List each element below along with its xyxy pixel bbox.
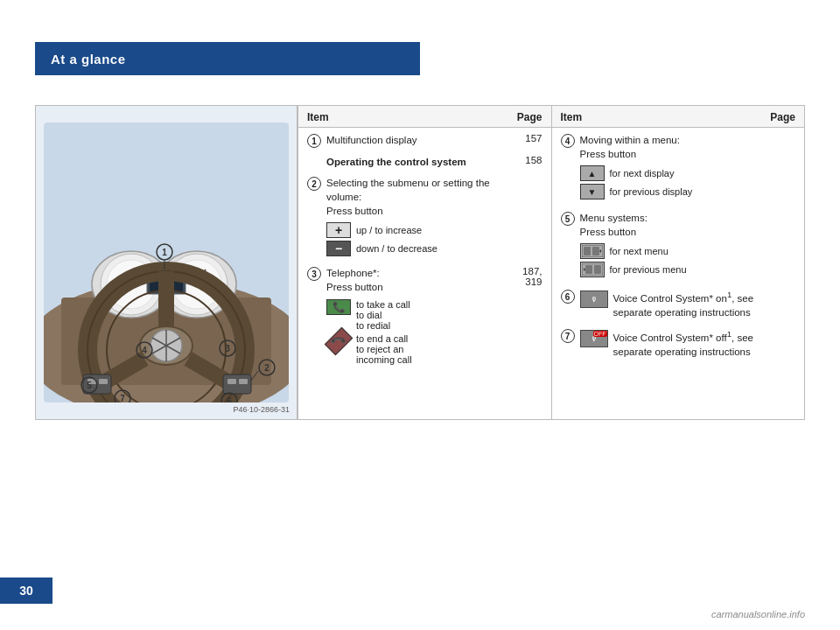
icon-row-plus: + up / to increase xyxy=(326,222,511,238)
superscript-6: 1 xyxy=(727,290,732,299)
svg-text:6: 6 xyxy=(227,396,232,402)
nav-up-icon: ▲ xyxy=(580,165,605,181)
svg-text:7: 7 xyxy=(120,394,125,402)
item-1-page: 157 xyxy=(516,133,542,144)
voice-off-icon: 🎙 OFF xyxy=(580,330,608,347)
item-3-page: 187,319 xyxy=(516,266,542,287)
icon-row-prev-menu: for previous menu xyxy=(580,262,765,277)
phone-end-icon: 📞 xyxy=(325,326,354,355)
svg-text:4: 4 xyxy=(142,346,147,355)
item-4-text: Moving within a menu:Press button xyxy=(580,133,765,161)
item-number-3: 3 xyxy=(307,267,321,281)
icon-row-nav-down: ▼ for previous display xyxy=(580,184,765,200)
item-7-content: Voice Control System* off1, see separate… xyxy=(613,328,765,359)
item-2-text: Selecting the submenu or setting the vol… xyxy=(326,176,511,218)
table-row: 5 Menu systems:Press button xyxy=(552,206,805,284)
superscript-7: 1 xyxy=(727,329,732,339)
item-5-text: Menu systems:Press button xyxy=(580,211,765,239)
phone-accept-label: to take a callto dialto redial xyxy=(356,299,410,331)
item-number-6: 6 xyxy=(561,290,575,304)
item-5-content: Menu systems:Press button for next menu xyxy=(580,211,765,280)
svg-rect-47 xyxy=(584,247,591,256)
item-number-1: 1 xyxy=(307,134,321,148)
icon-row-phone-accept: 📞 to take a callto dialto redial xyxy=(326,299,511,331)
item-4-content: Moving within a menu:Press button ▲ for … xyxy=(580,133,765,202)
tables-area: Item Page 1 Multifunction display 157 Op… xyxy=(298,105,805,420)
watermark-text: carmanualsonline.info xyxy=(711,609,805,620)
icon-row-phone-end: 📞 to end a callto reject anincoming call xyxy=(326,333,511,365)
item-number-4: 4 xyxy=(561,134,575,148)
minus-icon: − xyxy=(326,241,351,256)
table-row: 7 🎙 OFF Voice Control System* off1, see … xyxy=(552,323,805,362)
table-row: Operating the control system 158 xyxy=(298,151,551,172)
voice-on-icon: 🎙 xyxy=(580,290,608,308)
svg-rect-28 xyxy=(228,379,236,384)
item-operating-content: Operating the control system xyxy=(326,155,511,169)
next-display-label: for next display xyxy=(610,168,675,178)
car-image: 1 2 3 4 5 6 7 P xyxy=(35,105,298,420)
table-row: 6 🎙 Voice Control System* on1, see separ… xyxy=(552,284,805,323)
table-col-1: Item Page 1 Multifunction display 157 Op… xyxy=(298,106,552,419)
item-operating-text: Operating the control system xyxy=(326,157,466,167)
svg-rect-26 xyxy=(99,379,108,384)
icon-row-next-menu: for next menu xyxy=(580,243,765,259)
item-number-7: 7 xyxy=(561,329,575,343)
icon-row-minus: − down / to decrease xyxy=(326,241,511,256)
item-7-text: Voice Control System* off1, see separate… xyxy=(613,328,765,359)
phone-end-label: to end a callto reject anincoming call xyxy=(356,333,412,365)
table-col-2: Item Page 4 Moving within a menu:Press b… xyxy=(552,106,805,419)
next-menu-label: for next menu xyxy=(610,246,668,256)
phone-accept-icon: 📞 xyxy=(326,299,351,315)
item-1-content: Multifunction display xyxy=(326,133,511,147)
item-number-2: 2 xyxy=(307,177,321,191)
table1-col-item: Item xyxy=(307,111,329,123)
table2-col-page: Page xyxy=(770,111,795,123)
svg-text:3: 3 xyxy=(225,344,230,354)
svg-text:1: 1 xyxy=(162,248,167,257)
next-menu-icon xyxy=(580,243,605,259)
nav-down-icon: ▼ xyxy=(580,184,605,200)
svg-rect-51 xyxy=(585,265,592,274)
table1-header: Item Page xyxy=(298,106,551,128)
up-increase-label: up / to increase xyxy=(356,225,422,235)
prev-menu-icon xyxy=(580,262,605,277)
page-number-badge: 30 xyxy=(0,578,52,604)
plus-icon: + xyxy=(326,222,351,238)
item-6-text: Voice Control System* on1, see separate … xyxy=(613,289,765,319)
icon-row-nav-up: ▲ for next display xyxy=(580,165,765,181)
svg-rect-52 xyxy=(594,265,601,274)
item-2-content: Selecting the submenu or setting the vol… xyxy=(326,176,511,259)
table-row: 1 Multifunction display 157 xyxy=(298,128,551,151)
item-3-text: Telephone*:Press button xyxy=(326,266,511,294)
prev-menu-label: for previous menu xyxy=(610,264,687,275)
main-content: 1 2 3 4 5 6 7 P xyxy=(35,105,805,420)
image-caption: P46·10-2866-31 xyxy=(233,405,290,414)
prev-display-label: for previous display xyxy=(610,186,693,197)
svg-text:5: 5 xyxy=(87,381,92,390)
svg-rect-48 xyxy=(592,247,599,256)
table-row: 4 Moving within a menu:Press button ▲ fo… xyxy=(552,128,805,206)
svg-text:2: 2 xyxy=(264,363,270,373)
table2-header: Item Page xyxy=(552,106,805,128)
down-decrease-label: down / to decrease xyxy=(356,243,438,254)
svg-rect-27 xyxy=(223,374,251,394)
header-bar: At a glance xyxy=(35,42,420,75)
page-title: At a glance xyxy=(51,52,126,66)
table-row: 2 Selecting the submenu or setting the v… xyxy=(298,172,551,262)
item-6-content: Voice Control System* on1, see separate … xyxy=(613,289,765,319)
item-number-5: 5 xyxy=(561,212,575,226)
item-operating-page: 158 xyxy=(516,155,542,165)
steering-wheel-illustration: 1 2 3 4 5 6 7 xyxy=(44,122,289,402)
item-3-content: Telephone*:Press button 📞 to take a call… xyxy=(326,266,511,367)
svg-rect-29 xyxy=(239,379,248,384)
table1-col-page: Page xyxy=(517,111,542,123)
table-row: 3 Telephone*:Press button 📞 to take a ca… xyxy=(298,262,551,370)
table2-col-item: Item xyxy=(561,111,583,123)
item-1-text: Multifunction display xyxy=(326,135,417,145)
